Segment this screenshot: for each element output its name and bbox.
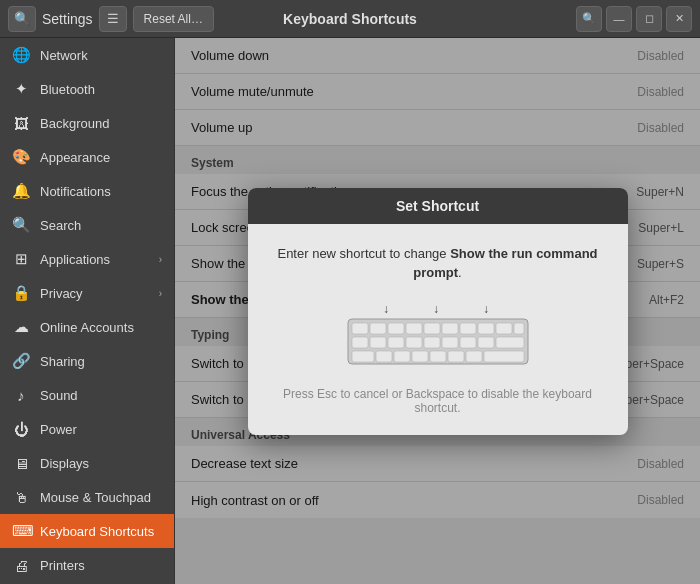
sidebar-label-bluetooth: Bluetooth <box>40 82 162 97</box>
close-icon: ✕ <box>675 12 684 25</box>
svg-rect-19 <box>442 337 458 348</box>
keyboard-illustration: ↓ ↓ ↓ <box>338 301 538 371</box>
sidebar-icon-privacy: 🔒 <box>12 284 30 302</box>
sidebar-item-appearance[interactable]: 🎨 Appearance <box>0 140 174 174</box>
svg-rect-5 <box>370 323 386 334</box>
sidebar-item-power[interactable]: ⏻ Power <box>0 412 174 446</box>
sidebar-label-sound: Sound <box>40 388 162 403</box>
sidebar-label-printers: Printers <box>40 558 162 573</box>
search-right-icon: 🔍 <box>582 12 596 25</box>
dialog-desc-prefix: Enter new shortcut to change <box>277 246 450 261</box>
sidebar-label-keyboard-shortcuts: Keyboard Shortcuts <box>40 524 162 539</box>
svg-rect-20 <box>460 337 476 348</box>
minimize-icon: — <box>614 13 625 25</box>
titlebar-menu-button[interactable]: ☰ <box>99 6 127 32</box>
sidebar-icon-background: 🖼 <box>12 115 30 132</box>
sidebar-label-search: Search <box>40 218 162 233</box>
svg-rect-25 <box>394 351 410 362</box>
sidebar-label-privacy: Privacy <box>40 286 149 301</box>
sidebar-icon-network: 🌐 <box>12 46 30 64</box>
sidebar-icon-sharing: 🔗 <box>12 352 30 370</box>
sidebar-label-applications: Applications <box>40 252 149 267</box>
sidebar-item-bluetooth[interactable]: ✦ Bluetooth <box>0 72 174 106</box>
page-title: Keyboard Shortcuts <box>283 11 417 27</box>
sidebar-icon-power: ⏻ <box>12 421 30 438</box>
svg-rect-12 <box>496 323 512 334</box>
svg-rect-15 <box>370 337 386 348</box>
sidebar-item-mouse-touchpad[interactable]: 🖱 Mouse & Touchpad <box>0 480 174 514</box>
sidebar-item-printers[interactable]: 🖨 Printers <box>0 548 174 582</box>
close-button[interactable]: ✕ <box>666 6 692 32</box>
sidebar-label-mouse-touchpad: Mouse & Touchpad <box>40 490 162 505</box>
sidebar: 🌐 Network ✦ Bluetooth 🖼 Background 🎨 App… <box>0 38 175 584</box>
sidebar-icon-notifications: 🔔 <box>12 182 30 200</box>
sidebar-item-network[interactable]: 🌐 Network <box>0 38 174 72</box>
sidebar-icon-appearance: 🎨 <box>12 148 30 166</box>
svg-rect-7 <box>406 323 422 334</box>
titlebar-search-icon: 🔍 <box>14 11 30 26</box>
svg-rect-23 <box>352 351 374 362</box>
sidebar-item-notifications[interactable]: 🔔 Notifications <box>0 174 174 208</box>
sidebar-item-applications[interactable]: ⊞ Applications › <box>0 242 174 276</box>
svg-rect-8 <box>424 323 440 334</box>
sidebar-icon-keyboard-shortcuts: ⌨ <box>12 522 30 540</box>
svg-rect-17 <box>406 337 422 348</box>
sidebar-arrow-privacy: › <box>159 288 162 299</box>
search-button[interactable]: 🔍 <box>576 6 602 32</box>
sidebar-icon-applications: ⊞ <box>12 250 30 268</box>
sidebar-arrow-applications: › <box>159 254 162 265</box>
content-area: Set Shortcut Enter new shortcut to chang… <box>175 38 700 584</box>
sidebar-icon-online-accounts: ☁ <box>12 318 30 336</box>
sidebar-label-online-accounts: Online Accounts <box>40 320 162 335</box>
sidebar-item-privacy[interactable]: 🔒 Privacy › <box>0 276 174 310</box>
titlebar: 🔍 Settings ☰ Reset All… Keyboard Shortcu… <box>0 0 700 38</box>
minimize-button[interactable]: — <box>606 6 632 32</box>
set-shortcut-dialog: Set Shortcut Enter new shortcut to chang… <box>248 188 628 435</box>
svg-rect-26 <box>412 351 428 362</box>
svg-text:↓: ↓ <box>483 302 489 316</box>
svg-text:↓: ↓ <box>433 302 439 316</box>
svg-rect-30 <box>484 351 524 362</box>
svg-rect-27 <box>430 351 446 362</box>
svg-rect-14 <box>352 337 368 348</box>
dialog-hint: Press Esc to cancel or Backspace to disa… <box>272 387 604 415</box>
sidebar-label-notifications: Notifications <box>40 184 162 199</box>
dialog-body: Enter new shortcut to change Show the ru… <box>248 224 628 435</box>
sidebar-item-sound[interactable]: ♪ Sound <box>0 378 174 412</box>
sidebar-label-background: Background <box>40 116 162 131</box>
svg-rect-21 <box>478 337 494 348</box>
svg-rect-28 <box>448 351 464 362</box>
svg-rect-6 <box>388 323 404 334</box>
sidebar-label-sharing: Sharing <box>40 354 162 369</box>
svg-text:↓: ↓ <box>383 302 389 316</box>
sidebar-label-network: Network <box>40 48 162 63</box>
sidebar-item-displays[interactable]: 🖥 Displays <box>0 446 174 480</box>
titlebar-center: Keyboard Shortcuts <box>236 11 464 27</box>
sidebar-label-displays: Displays <box>40 456 162 471</box>
sidebar-item-online-accounts[interactable]: ☁ Online Accounts <box>0 310 174 344</box>
menu-icon: ☰ <box>107 11 119 26</box>
sidebar-icon-displays: 🖥 <box>12 455 30 472</box>
sidebar-item-keyboard-shortcuts[interactable]: ⌨ Keyboard Shortcuts <box>0 514 174 548</box>
dialog-description: Enter new shortcut to change Show the ru… <box>272 244 604 283</box>
titlebar-left: 🔍 Settings ☰ Reset All… <box>8 6 236 32</box>
reset-all-button[interactable]: Reset All… <box>133 6 214 32</box>
sidebar-icon-printers: 🖨 <box>12 557 30 574</box>
restore-button[interactable]: ◻ <box>636 6 662 32</box>
svg-rect-9 <box>442 323 458 334</box>
sidebar-icon-bluetooth: ✦ <box>12 80 30 98</box>
sidebar-icon-mouse-touchpad: 🖱 <box>12 489 30 506</box>
dialog-overlay: Set Shortcut Enter new shortcut to chang… <box>175 38 700 584</box>
sidebar-label-power: Power <box>40 422 162 437</box>
svg-rect-24 <box>376 351 392 362</box>
sidebar-item-sharing[interactable]: 🔗 Sharing <box>0 344 174 378</box>
titlebar-search-button[interactable]: 🔍 <box>8 6 36 32</box>
svg-rect-22 <box>496 337 524 348</box>
svg-rect-10 <box>460 323 476 334</box>
titlebar-app-title: Settings <box>42 11 93 27</box>
svg-rect-18 <box>424 337 440 348</box>
sidebar-item-background[interactable]: 🖼 Background <box>0 106 174 140</box>
svg-rect-13 <box>514 323 524 334</box>
sidebar-item-search[interactable]: 🔍 Search <box>0 208 174 242</box>
main-layout: 🌐 Network ✦ Bluetooth 🖼 Background 🎨 App… <box>0 38 700 584</box>
